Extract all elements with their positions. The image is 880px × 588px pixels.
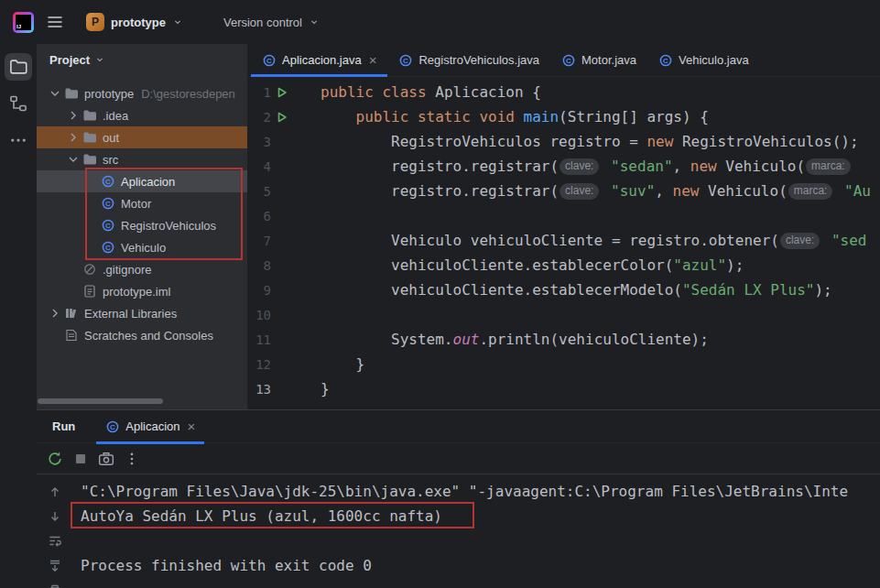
tree-item-prototype[interactable]: prototypeD:\gestoresdepen — [37, 82, 247, 104]
tree-item-src[interactable]: src — [37, 148, 247, 170]
tab-label: Vehiculo.java — [679, 53, 749, 67]
close-icon[interactable]: × — [369, 53, 377, 67]
editor-tab-registrovehiculos-java[interactable]: CRegistroVehiculos.java — [387, 44, 550, 76]
horizontal-scrollbar[interactable] — [38, 398, 163, 404]
run-gutter-icon[interactable] — [271, 86, 293, 99]
code-line-12[interactable]: 12 } — [247, 352, 880, 376]
tool-window-strip — [0, 44, 37, 588]
code-text: registro.registrar(clave: "sedan", new V… — [293, 158, 853, 176]
down-button[interactable] — [46, 507, 64, 526]
svg-text:C: C — [404, 57, 409, 65]
project-widget[interactable]: P prototype — [78, 8, 191, 36]
code-token — [515, 108, 524, 125]
code-line-11[interactable]: 11 System.out.println(vehiculoCliente); — [247, 327, 880, 352]
code-token: public — [320, 83, 374, 101]
folder-icon — [64, 86, 79, 101]
chevron-right-icon[interactable] — [48, 306, 62, 321]
chevron-down-icon[interactable] — [66, 152, 81, 167]
code-token: "sed — [831, 232, 867, 249]
camera-button[interactable] — [97, 450, 115, 468]
code-token: } — [320, 380, 330, 397]
tree-item-out[interactable]: out — [37, 126, 247, 148]
chevron-spacer — [84, 240, 99, 255]
inlay-hint[interactable]: marca: — [806, 158, 851, 175]
code-line-5[interactable]: 5 registro.registrar(clave: "suv", new V… — [247, 179, 880, 203]
scrollend-button[interactable] — [46, 557, 64, 575]
code-token — [822, 232, 831, 249]
console-output[interactable]: "C:\Program Files\Java\jdk-25\bin\java.e… — [73, 475, 880, 588]
tree-item-label: Aplicacion — [121, 175, 175, 189]
inlay-hint[interactable]: clave: — [560, 158, 599, 175]
run-tab-aplicacion[interactable]: C Aplicacion × — [96, 410, 204, 443]
editor-tab-motor-java[interactable]: CMotor.java — [550, 44, 647, 76]
svg-text:C: C — [105, 244, 111, 252]
code-token: void — [479, 108, 515, 125]
project-panel-header[interactable]: Project — [37, 44, 247, 75]
tree-item-vehiculo[interactable]: CVehiculo — [37, 236, 247, 258]
tree-item-gitignore[interactable]: .gitignore — [37, 258, 247, 280]
tree-item-idea[interactable]: .idea — [37, 104, 247, 126]
code-text: public static void main(String[] args) { — [293, 108, 709, 125]
main-toolbar: IJ P prototype Version control — [0, 0, 880, 44]
code-line-9[interactable]: 9 vehiculoCliente.establecerModelo("Sedá… — [247, 278, 880, 302]
stop-button[interactable] — [71, 450, 90, 468]
libs-icon — [64, 306, 79, 321]
code-line-2[interactable]: 2 public static void main(String[] args)… — [247, 104, 880, 129]
line-number: 10 — [247, 308, 271, 322]
tree-item-motor[interactable]: CMotor — [37, 192, 247, 214]
chevron-spacer — [48, 328, 62, 343]
chevron-right-icon[interactable] — [66, 130, 81, 145]
code-line-10[interactable]: 10 — [247, 302, 880, 327]
code-line-6[interactable]: 6 — [247, 203, 880, 228]
line-number: 1 — [247, 85, 271, 100]
folder-icon — [9, 58, 27, 76]
class-icon: C — [561, 53, 576, 68]
chevron-right-icon[interactable] — [66, 108, 81, 123]
console-wrap: "C:\Program Files\Java\jdk-25\bin\java.e… — [37, 475, 880, 588]
run-panel-title: Run — [52, 419, 75, 433]
code-line-7[interactable]: 7 Vehiculo vehiculoCliente = registro.ob… — [247, 228, 880, 253]
code-token: "Sedán LX Plus" — [682, 281, 815, 299]
code-token: Vehiculo( — [699, 182, 787, 200]
code-line-8[interactable]: 8 vehiculoCliente.establecerColor("azul"… — [247, 253, 880, 278]
chevron-down-icon[interactable] — [48, 86, 62, 101]
vcs-widget[interactable]: Version control — [215, 11, 328, 34]
tree-item-prototype-iml[interactable]: prototype.iml — [37, 280, 247, 302]
hamburger-menu-button[interactable] — [41, 8, 69, 36]
project-tool-button[interactable] — [5, 53, 32, 81]
chevron-spacer — [84, 174, 99, 189]
more-tool-button[interactable] — [5, 126, 32, 154]
tree-item-aplicacion[interactable]: CAplicacion — [37, 170, 247, 192]
code-line-4[interactable]: 4 registro.registrar(clave: "sedan", new… — [247, 154, 880, 179]
tree-item-label: .gitignore — [103, 263, 151, 277]
structure-icon — [9, 94, 27, 113]
code-token — [374, 83, 383, 101]
intellij-logo-icon[interactable]: IJ — [13, 12, 34, 33]
editor-tab-vehiculo-java[interactable]: CVehiculo.java — [647, 44, 760, 76]
up-button[interactable] — [46, 483, 64, 501]
code-line-13[interactable]: 13} — [247, 376, 880, 401]
structure-tool-button[interactable] — [5, 90, 32, 117]
kebab-button[interactable] — [123, 450, 141, 468]
inlay-hint[interactable]: clave: — [780, 233, 820, 249]
inlay-hint[interactable]: clave: — [560, 183, 599, 200]
code-area[interactable]: 1public class Aplicacion {2 public stati… — [247, 77, 880, 401]
code-line-3[interactable]: 3 RegistroVehiculos registro = new Regis… — [247, 129, 880, 154]
print-button[interactable] — [46, 582, 64, 588]
code-token: RegistroVehiculos registro = — [320, 133, 646, 150]
rerun-button[interactable] — [46, 450, 64, 468]
tree-item-registrovehiculos[interactable]: CRegistroVehiculos — [37, 214, 247, 236]
code-text: System.out.println(vehiculoCliente); — [293, 331, 709, 348]
run-gutter-icon[interactable] — [271, 111, 293, 124]
softwrap-button[interactable] — [46, 532, 64, 550]
tree-item-external-libraries[interactable]: External Libraries — [37, 302, 247, 324]
editor-tab-aplicacion-java[interactable]: CAplicacion.java× — [251, 44, 387, 76]
rerun-icon — [47, 451, 63, 467]
code-line-1[interactable]: 1public class Aplicacion { — [247, 80, 880, 104]
code-token: vehiculoCliente.establecerModelo( — [320, 281, 682, 299]
inlay-hint[interactable]: marca: — [788, 183, 833, 200]
camera-icon — [98, 451, 114, 467]
close-icon[interactable]: × — [188, 419, 196, 433]
tree-item-scratches-and-consoles[interactable]: Scratches and Consoles — [37, 324, 247, 346]
console-gutter — [37, 475, 73, 588]
